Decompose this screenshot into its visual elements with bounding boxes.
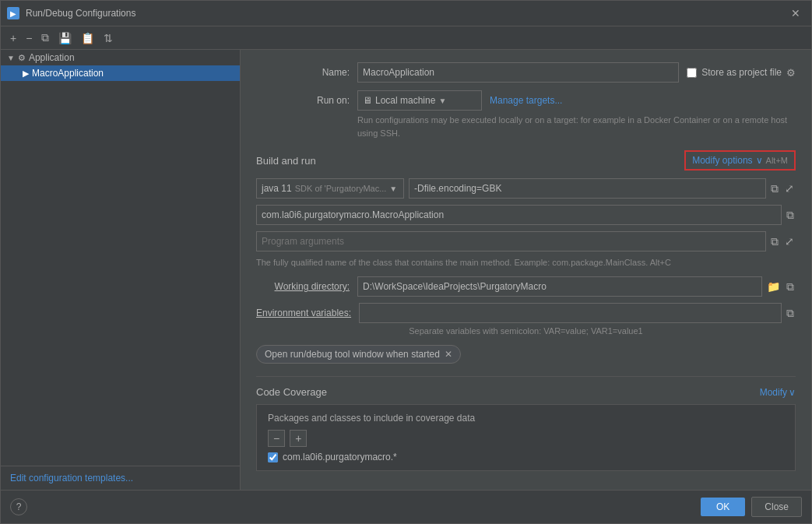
coverage-item-checkbox[interactable] <box>268 452 278 462</box>
copy-config-button[interactable]: ⧉ <box>38 30 52 46</box>
save-config-button[interactable]: 💾 <box>55 30 75 46</box>
tree-item-macroapplication[interactable]: ▶ MacroApplication <box>1 65 240 81</box>
application-icon: ⚙ <box>18 53 26 63</box>
left-footer: Edit configuration templates... <box>1 466 240 490</box>
main-class-hint: The fully qualified name of the class th… <box>256 258 796 267</box>
tags-row: Open run/debug tool window when started … <box>256 345 796 364</box>
coverage-controls: − + <box>268 430 784 447</box>
local-machine-label: Local machine <box>375 95 435 106</box>
coverage-item-label: com.la0i6.purgatorymacro.* <box>283 452 397 462</box>
build-and-run-header: Build and run Modify options ∨ Alt+M <box>256 150 796 171</box>
coverage-section: Packages and classes to include in cover… <box>256 404 796 471</box>
program-args-row: ⧉ ⤢ <box>256 231 796 251</box>
sdk-sub-label: SDK of 'PurgatoryMac... <box>295 184 387 193</box>
run-on-row: Run on: 🖥 Local machine ▼ Manage targets… <box>256 90 796 111</box>
coverage-item-row: com.la0i6.purgatorymacro.* <box>268 452 784 462</box>
tree-arrow-icon: ▼ <box>7 54 15 62</box>
close-button[interactable]: ✕ <box>786 5 805 21</box>
config-icon: ▶ <box>23 69 29 79</box>
tree-item-label: MacroApplication <box>32 68 104 79</box>
coverage-modify-arrow-icon: ∨ <box>789 387 796 398</box>
name-label: Name: <box>256 67 350 78</box>
env-vars-hint: Separate variables with semicolon: VAR=v… <box>256 326 796 336</box>
ok-button[interactable]: OK <box>701 498 745 516</box>
env-vars-input-row: ⧉ <box>359 303 796 323</box>
modify-options-label: Modify options <box>692 155 752 166</box>
vm-options-copy-icon[interactable]: ⧉ <box>769 181 780 197</box>
title-bar: ▶ Run/Debug Configurations ✕ <box>1 1 811 26</box>
vm-options-row: ⧉ ⤢ <box>409 178 796 199</box>
main-class-copy-icon[interactable]: ⧉ <box>785 207 796 223</box>
sort-config-button[interactable]: ⇅ <box>100 30 116 46</box>
manage-targets-link[interactable]: Manage targets... <box>490 95 562 106</box>
add-config-button[interactable]: + <box>7 30 19 46</box>
main-content: ▼ ⚙ Application ▶ MacroApplication Edit … <box>1 50 811 490</box>
coverage-add-btn[interactable]: + <box>290 430 307 447</box>
dialog-title: Run/Debug Configurations <box>26 8 780 19</box>
vm-options-expand-icon[interactable]: ⤢ <box>783 181 796 196</box>
sdk-dropdown[interactable]: java 11 SDK of 'PurgatoryMac... ▼ <box>256 178 404 199</box>
coverage-modify-label: Modify <box>760 387 787 398</box>
section-divider <box>256 376 796 377</box>
close-dialog-button[interactable]: Close <box>751 497 802 517</box>
move-config-button[interactable]: 📋 <box>78 30 97 46</box>
build-and-run-title: Build and run <box>256 155 316 167</box>
working-dir-browse-icon[interactable]: 📁 <box>765 279 782 294</box>
toolbar: + − ⧉ 💾 📋 ⇅ <box>1 26 811 50</box>
tree-group-application: ▼ ⚙ Application <box>1 50 240 65</box>
run-on-dropdown[interactable]: 🖥 Local machine ▼ <box>357 90 482 111</box>
modify-options-shortcut: Alt+M <box>766 156 788 165</box>
env-vars-label: Environment variables: <box>256 308 351 318</box>
store-row: Store as project file ⚙ <box>687 67 796 79</box>
vm-options-input[interactable] <box>409 178 766 199</box>
working-dir-label: Working directory: <box>256 281 350 292</box>
code-coverage-title: Code Coverage <box>256 386 327 398</box>
tag-label: Open run/debug tool window when started <box>265 349 440 360</box>
remove-config-button[interactable]: − <box>23 30 35 46</box>
edit-templates-link[interactable]: Edit configuration templates... <box>1 466 240 490</box>
name-input[interactable] <box>357 62 679 83</box>
program-args-input[interactable] <box>256 231 766 251</box>
dropdown-arrow-icon: ▼ <box>438 97 446 105</box>
working-dir-input-row: 📁 ⧉ <box>357 276 796 297</box>
help-button[interactable]: ? <box>10 498 27 515</box>
bottom-bar: ? OK Close <box>1 490 811 523</box>
gear-icon: ⚙ <box>786 67 796 79</box>
sdk-label: java 11 <box>262 183 292 194</box>
coverage-remove-btn[interactable]: − <box>268 430 285 447</box>
run-on-label: Run on: <box>256 95 350 106</box>
args-expand-icon[interactable]: ⤢ <box>783 234 796 249</box>
sdk-arrow-icon: ▼ <box>389 185 397 193</box>
run-debug-dialog: ▶ Run/Debug Configurations ✕ + − ⧉ 💾 📋 ⇅… <box>0 0 812 524</box>
dialog-icon: ▶ <box>7 7 19 19</box>
tree-group-label: Application <box>29 52 75 63</box>
working-dir-row: Working directory: 📁 ⧉ <box>256 276 796 297</box>
env-vars-input[interactable] <box>359 303 782 323</box>
tag-pill: Open run/debug tool window when started … <box>256 345 461 364</box>
coverage-sub-title: Packages and classes to include in cover… <box>268 413 784 424</box>
modify-options-button[interactable]: Modify options ∨ Alt+M <box>684 150 796 171</box>
right-panel: Name: Store as project file ⚙ Run on: 🖥 … <box>241 50 811 490</box>
code-coverage-header: Code Coverage Modify ∨ <box>256 386 796 398</box>
main-class-input[interactable] <box>256 205 782 225</box>
env-vars-row: Environment variables: ⧉ <box>256 303 796 323</box>
env-vars-copy-icon[interactable]: ⧉ <box>785 305 796 322</box>
working-dir-input[interactable] <box>357 276 762 297</box>
run-on-hint: Run configurations may be executed local… <box>357 114 796 139</box>
working-dir-copy-icon[interactable]: ⧉ <box>785 279 796 295</box>
left-panel: ▼ ⚙ Application ▶ MacroApplication Edit … <box>1 50 241 490</box>
local-machine-icon: 🖥 <box>363 95 372 106</box>
main-class-row: ⧉ <box>256 205 796 225</box>
coverage-modify-link[interactable]: Modify ∨ <box>760 387 796 398</box>
name-row: Name: Store as project file ⚙ <box>256 62 796 83</box>
form-area: Name: Store as project file ⚙ Run on: 🖥 … <box>241 50 811 490</box>
store-as-project-checkbox[interactable] <box>687 68 697 78</box>
sdk-row: java 11 SDK of 'PurgatoryMac... ▼ ⧉ ⤢ <box>256 178 796 199</box>
args-copy-icon[interactable]: ⧉ <box>769 234 780 250</box>
store-label: Store as project file <box>701 67 782 78</box>
tag-close-icon[interactable]: ✕ <box>445 349 452 360</box>
chevron-down-icon: ∨ <box>756 155 763 166</box>
